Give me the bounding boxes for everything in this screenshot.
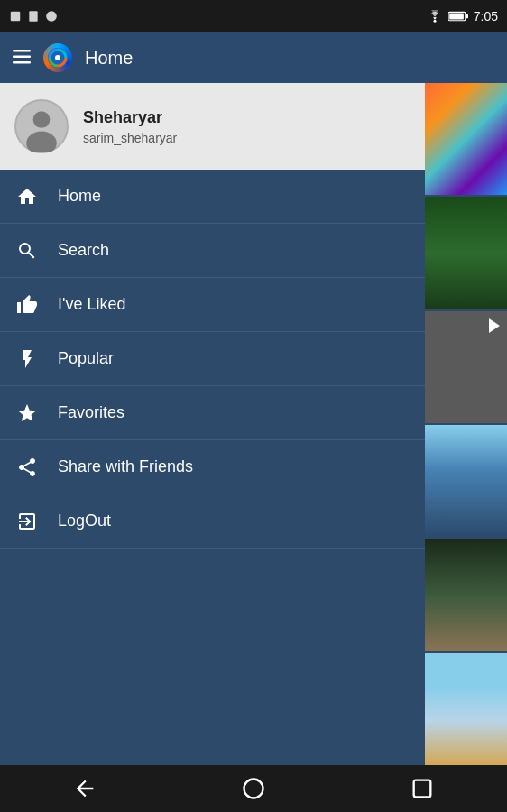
star-svg	[16, 402, 38, 424]
popular-label: Popular	[58, 349, 114, 368]
sidebar-item-search[interactable]: Search	[0, 224, 425, 278]
sidebar-item-favorites[interactable]: Favorites	[0, 386, 425, 440]
hamburger-icon	[13, 50, 31, 64]
sim-icon	[27, 10, 40, 23]
bolt-icon	[14, 346, 40, 372]
profile-section[interactable]: Sheharyar sarim_sheharyar	[0, 83, 425, 170]
svg-point-13	[33, 111, 51, 128]
sidebar-item-liked[interactable]: I've Liked	[0, 278, 425, 332]
profile-info: Sheharyar sarim_sheharyar	[83, 108, 177, 145]
back-icon	[72, 776, 97, 801]
avatar-image	[16, 101, 67, 152]
svg-rect-6	[449, 13, 464, 19]
top-navigation-bar: Home	[0, 32, 507, 83]
app-logo	[43, 43, 72, 72]
logout-icon	[14, 509, 40, 534]
back-button[interactable]	[54, 769, 115, 808]
search-svg	[16, 240, 38, 262]
thumbnail-4[interactable]	[425, 425, 507, 537]
bolt-svg	[16, 348, 38, 370]
logo-icon	[47, 47, 69, 69]
thumbnail-3[interactable]	[425, 311, 507, 423]
sidebar-item-popular[interactable]: Popular	[0, 332, 425, 386]
svg-rect-16	[414, 780, 431, 798]
svg-rect-9	[13, 61, 31, 64]
search-label: Search	[58, 241, 109, 260]
svg-rect-7	[13, 50, 31, 52]
avatar	[14, 99, 69, 153]
svg-rect-5	[466, 14, 468, 19]
svg-rect-1	[29, 11, 37, 22]
status-bar: 7:05	[0, 0, 507, 32]
share-svg	[16, 457, 38, 478]
star-icon	[14, 401, 40, 426]
play-icon	[489, 318, 500, 333]
recents-icon	[410, 776, 435, 801]
page-title: Home	[85, 48, 133, 69]
logout-svg	[16, 511, 38, 532]
thumbnail-5[interactable]	[425, 539, 507, 651]
status-bar-right: 7:05	[427, 9, 498, 23]
sidebar-item-share[interactable]: Share with Friends	[0, 440, 425, 494]
home-svg	[16, 186, 38, 208]
profile-username: sarim_sheharyar	[83, 131, 177, 145]
svg-point-3	[433, 20, 436, 23]
thumbnail-2[interactable]	[425, 197, 507, 309]
home-label: Home	[58, 187, 101, 206]
thumbnail-6[interactable]	[425, 653, 507, 765]
svg-rect-0	[11, 12, 21, 22]
thumbnail-1[interactable]	[425, 83, 507, 195]
favorites-label: Favorites	[58, 403, 124, 422]
svg-point-15	[244, 780, 263, 798]
bottom-navigation-bar	[0, 765, 507, 812]
recents-button[interactable]	[392, 769, 453, 808]
svg-point-11	[55, 55, 60, 60]
logout-label: LogOut	[58, 512, 111, 531]
svg-rect-8	[13, 55, 31, 58]
hamburger-menu-button[interactable]	[13, 48, 31, 69]
thumbnails-panel	[425, 83, 507, 765]
share-icon	[14, 455, 40, 480]
sidebar-item-home[interactable]: Home	[0, 170, 425, 224]
thumbup-svg	[16, 294, 38, 316]
home-icon	[14, 184, 40, 209]
main-content: Sheharyar sarim_sheharyar Home Search	[0, 83, 507, 765]
sidebar-drawer: Sheharyar sarim_sheharyar Home Search	[0, 83, 425, 765]
liked-label: I've Liked	[58, 295, 125, 314]
time-display: 7:05	[474, 9, 498, 23]
profile-name: Sheharyar	[83, 108, 177, 127]
search-icon	[14, 238, 40, 263]
notification-icon	[9, 10, 22, 23]
svg-point-2	[46, 11, 57, 22]
app-icon	[45, 10, 58, 23]
sidebar-item-logout[interactable]: LogOut	[0, 494, 425, 549]
home-nav-icon	[241, 776, 266, 801]
status-bar-left	[9, 10, 58, 23]
share-label: Share with Friends	[58, 457, 193, 476]
home-button[interactable]	[223, 769, 284, 808]
thumbup-icon	[14, 292, 40, 318]
wifi-icon	[427, 10, 443, 23]
battery-icon	[448, 11, 468, 22]
